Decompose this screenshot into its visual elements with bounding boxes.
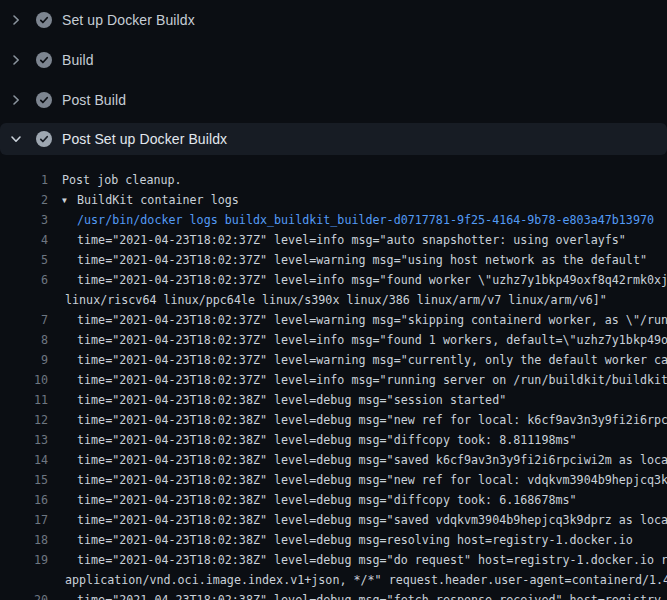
log-line: 7time="2021-04-23T18:02:37Z" level=warni… — [0, 310, 667, 330]
log-line-number[interactable]: 2 — [0, 190, 48, 210]
log-line-text: time="2021-04-23T18:02:37Z" level=info m… — [48, 270, 667, 290]
log-line-text: time="2021-04-23T18:02:38Z" level=debug … — [48, 530, 633, 550]
group-toggle-icon[interactable]: ▼ — [62, 191, 77, 210]
step-label: Post Set up Docker Buildx — [62, 131, 227, 147]
log-line-text: time="2021-04-23T18:02:38Z" level=debug … — [48, 550, 667, 570]
chevron-right-icon — [8, 12, 24, 28]
log-line-text: time="2021-04-23T18:02:38Z" level=debug … — [48, 430, 577, 450]
step-label: Set up Docker Buildx — [62, 12, 195, 28]
log-line-number[interactable]: 4 — [0, 230, 48, 250]
log-content: 1Post job cleanup.2▼BuildKit container l… — [0, 155, 667, 600]
check-circle-icon — [36, 12, 52, 28]
log-line-number[interactable]: 9 — [0, 350, 48, 370]
log-group-title: ▼BuildKit container logs — [48, 190, 239, 210]
log-line: 8time="2021-04-23T18:02:37Z" level=info … — [0, 330, 667, 350]
log-line-text: time="2021-04-23T18:02:38Z" level=debug … — [48, 450, 667, 470]
log-line: 18time="2021-04-23T18:02:38Z" level=debu… — [0, 530, 667, 550]
log-line-text: time="2021-04-23T18:02:38Z" level=debug … — [48, 470, 667, 490]
log-line-text: time="2021-04-23T18:02:38Z" level=debug … — [48, 510, 667, 530]
log-line: 20time="2021-04-23T18:02:38Z" level=debu… — [0, 590, 667, 600]
step-row-build[interactable]: Build — [0, 40, 667, 80]
log-line-text: time="2021-04-23T18:02:37Z" level=info m… — [48, 230, 626, 250]
check-circle-icon — [36, 92, 52, 108]
log-line-number[interactable]: 3 — [0, 210, 48, 230]
log-line-text: time="2021-04-23T18:02:37Z" level=warnin… — [48, 250, 647, 270]
log-line: 6time="2021-04-23T18:02:37Z" level=info … — [0, 270, 667, 290]
log-line-number[interactable]: 17 — [0, 510, 48, 530]
log-line: 19time="2021-04-23T18:02:38Z" level=debu… — [0, 550, 667, 570]
log-line: 5time="2021-04-23T18:02:37Z" level=warni… — [0, 250, 667, 270]
log-line: 17time="2021-04-23T18:02:38Z" level=debu… — [0, 510, 667, 530]
log-line: application/vnd.oci.image.index.v1+json,… — [0, 570, 667, 590]
log-line-text: time="2021-04-23T18:02:38Z" level=debug … — [48, 490, 577, 510]
log-line: 9time="2021-04-23T18:02:37Z" level=warni… — [0, 350, 667, 370]
log-line-number — [0, 570, 48, 590]
step-row-post-set-up-docker-buildx[interactable]: Post Set up Docker Buildx — [0, 123, 667, 155]
log-line-text: time="2021-04-23T18:02:38Z" level=debug … — [48, 410, 667, 430]
log-line: 1Post job cleanup. — [0, 170, 667, 190]
log-group-label: BuildKit container logs — [77, 193, 239, 207]
log-line-number[interactable]: 6 — [0, 270, 48, 290]
log-line-number[interactable]: 15 — [0, 470, 48, 490]
log-line: 4time="2021-04-23T18:02:37Z" level=info … — [0, 230, 667, 250]
log-line-text: time="2021-04-23T18:02:37Z" level=info m… — [48, 330, 667, 350]
log-line: 15time="2021-04-23T18:02:38Z" level=debu… — [0, 470, 667, 490]
log-line-number[interactable]: 10 — [0, 370, 48, 390]
log-line-text: time="2021-04-23T18:02:37Z" level=warnin… — [48, 310, 667, 330]
log-line: 12time="2021-04-23T18:02:38Z" level=debu… — [0, 410, 667, 430]
step-row-post-build[interactable]: Post Build — [0, 80, 667, 120]
chevron-right-icon — [8, 52, 24, 68]
step-row-set-up-docker-buildx[interactable]: Set up Docker Buildx — [0, 0, 667, 40]
log-line-text: time="2021-04-23T18:02:38Z" level=debug … — [48, 590, 667, 600]
log-line-text: time="2021-04-23T18:02:38Z" level=debug … — [48, 390, 506, 410]
log-line-number[interactable]: 16 — [0, 490, 48, 510]
log-line-number — [0, 290, 48, 310]
log-group-header[interactable]: 2▼BuildKit container logs — [0, 190, 667, 210]
log-line-number[interactable]: 7 — [0, 310, 48, 330]
log-line-number[interactable]: 1 — [0, 170, 48, 190]
log-line: 10time="2021-04-23T18:02:37Z" level=info… — [0, 370, 667, 390]
log-line: 14time="2021-04-23T18:02:38Z" level=debu… — [0, 450, 667, 470]
log-line-number[interactable]: 8 — [0, 330, 48, 350]
log-line-number[interactable]: 11 — [0, 390, 48, 410]
log-line: 13time="2021-04-23T18:02:38Z" level=debu… — [0, 430, 667, 450]
chevron-right-icon — [8, 92, 24, 108]
log-line-number[interactable]: 5 — [0, 250, 48, 270]
check-circle-icon — [36, 52, 52, 68]
log-line-number[interactable]: 18 — [0, 530, 48, 550]
log-line-number[interactable]: 12 — [0, 410, 48, 430]
log-line-text: time="2021-04-23T18:02:37Z" level=info m… — [48, 370, 667, 390]
log-line-number[interactable]: 14 — [0, 450, 48, 470]
log-line-number[interactable]: 13 — [0, 430, 48, 450]
chevron-down-icon — [8, 131, 24, 147]
log-line-number[interactable]: 19 — [0, 550, 48, 570]
log-command-text: /usr/bin/docker logs buildx_buildkit_bui… — [48, 210, 654, 230]
step-label: Post Build — [62, 92, 126, 108]
step-label: Build — [62, 52, 94, 68]
log-line: 3/usr/bin/docker logs buildx_buildkit_bu… — [0, 210, 667, 230]
log-line: 16time="2021-04-23T18:02:38Z" level=debu… — [0, 490, 667, 510]
check-circle-icon — [36, 131, 52, 147]
log-line: 11time="2021-04-23T18:02:38Z" level=debu… — [0, 390, 667, 410]
log-line-text: time="2021-04-23T18:02:37Z" level=warnin… — [48, 350, 667, 370]
actions-log-viewer: Set up Docker Buildx Build Post Build — [0, 0, 667, 600]
step-list: Set up Docker Buildx Build Post Build — [0, 0, 667, 155]
log-line-number[interactable]: 20 — [0, 590, 48, 600]
log-line-text: application/vnd.oci.image.index.v1+json,… — [48, 570, 667, 590]
log-line-text: linux/riscv64 linux/ppc64le linux/s390x … — [48, 290, 607, 310]
log-line-text: Post job cleanup. — [48, 170, 182, 190]
log-line: linux/riscv64 linux/ppc64le linux/s390x … — [0, 290, 667, 310]
